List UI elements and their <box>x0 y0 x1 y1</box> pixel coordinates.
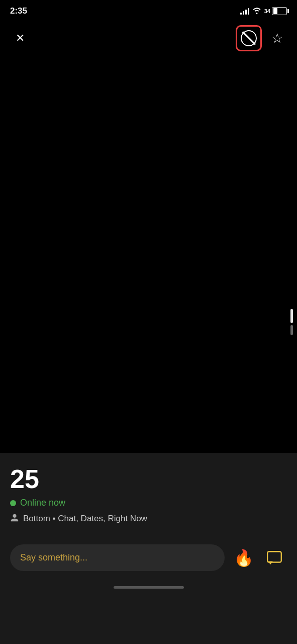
top-right-actions: ☆ <box>236 25 287 51</box>
chat-button[interactable] <box>263 546 287 570</box>
online-indicator-dot <box>10 500 16 506</box>
chat-icon <box>266 549 283 567</box>
profile-details: Bottom • Chat, Dates, Right Now <box>10 513 287 524</box>
flame-button[interactable]: 🔥 <box>232 546 256 570</box>
scroll-dot-inactive <box>290 325 293 335</box>
close-button[interactable]: ✕ <box>10 28 30 48</box>
favorite-button[interactable]: ☆ <box>267 28 287 48</box>
profile-panel: 25 Online now Bottom • Chat, Dates, Righ… <box>0 453 297 644</box>
home-indicator <box>10 581 287 593</box>
profile-age: 25 <box>10 465 287 494</box>
star-icon: ☆ <box>271 31 283 46</box>
profile-photo <box>0 0 297 453</box>
online-status-container: Online now <box>10 498 287 508</box>
top-nav-bar: ✕ ☆ <box>0 0 297 56</box>
online-status-text: Online now <box>20 498 65 508</box>
scroll-dot-active <box>290 309 293 323</box>
scroll-indicator <box>290 309 293 335</box>
svg-rect-0 <box>267 551 281 562</box>
block-button[interactable] <box>236 25 262 51</box>
profile-info-text: Bottom • Chat, Dates, Right Now <box>23 514 147 524</box>
person-icon <box>10 513 19 524</box>
say-something-input[interactable] <box>10 544 225 571</box>
action-bar: 🔥 <box>10 544 287 581</box>
home-bar <box>114 586 184 589</box>
block-icon <box>241 30 257 46</box>
flame-icon: 🔥 <box>234 548 254 568</box>
close-icon: ✕ <box>16 32 25 45</box>
